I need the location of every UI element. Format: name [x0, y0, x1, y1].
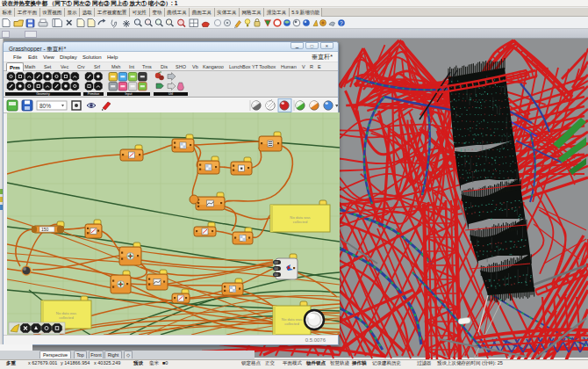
svg-text:collected: collected [59, 315, 74, 320]
svg-text:Input: Input [125, 92, 133, 96]
svg-text:80%: 80% [39, 103, 51, 109]
svg-text:00: 00 [275, 260, 279, 264]
svg-text:collected: collected [284, 322, 299, 326]
svg-text:Util: Util [169, 92, 173, 96]
svg-text:?: ? [340, 20, 343, 26]
svg-text:collected: collected [293, 220, 308, 224]
svg-text:Geometry: Geometry [36, 92, 50, 96]
svg-text:Primitive: Primitive [88, 92, 99, 96]
svg-text:00: 00 [275, 266, 279, 271]
svg-text:00: 00 [275, 272, 279, 277]
svg-text:150: 150 [41, 227, 49, 232]
